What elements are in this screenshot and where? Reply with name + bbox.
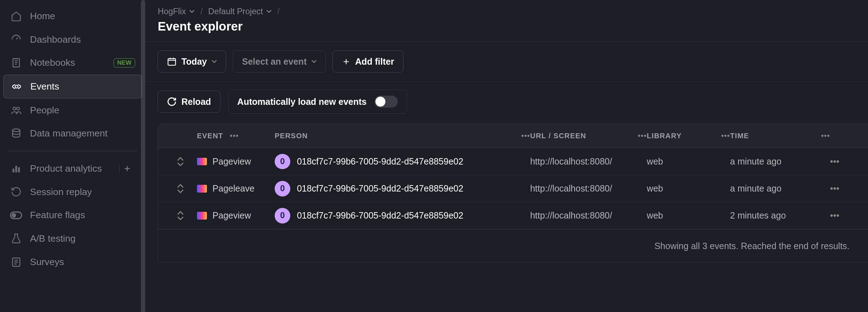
reload-label: Reload <box>181 97 211 107</box>
sidebar-item-notebooks[interactable]: Notebooks NEW <box>3 51 142 75</box>
url-cell: http://localhost:8080/ <box>530 210 647 221</box>
sidebar-item-home[interactable]: Home <box>3 5 142 28</box>
breadcrumb-org[interactable]: HogFlix <box>158 7 195 16</box>
th-person: PERSON <box>275 132 308 140</box>
svg-rect-5 <box>12 168 14 172</box>
event-select-button[interactable]: Select an event <box>233 50 326 72</box>
table-header: EVENT ••• PERSON ••• URL / SCREEN ••• LI… <box>158 124 868 148</box>
sidebar-item-data-management[interactable]: Data management <box>3 122 142 145</box>
filter-toolbar: Today Select an event Add filter PostHog… <box>145 42 868 82</box>
breadcrumb-project[interactable]: Default Project <box>208 7 272 16</box>
svg-rect-7 <box>18 167 20 172</box>
reload-icon <box>167 97 177 107</box>
sidebar: Home Dashboards Notebooks NEW Events Peo… <box>0 0 145 312</box>
bar-chart-icon <box>10 162 22 174</box>
row-expander[interactable] <box>164 184 197 193</box>
table-footer: Showing all 3 events. Reached the end of… <box>158 229 868 262</box>
events-icon <box>10 80 22 92</box>
autoload-toggle[interactable] <box>374 96 398 108</box>
sidebar-item-label: Product analytics <box>30 163 102 174</box>
table-row[interactable]: Pageview 0 018cf7c7-99b6-7005-9dd2-d547e… <box>158 148 868 175</box>
nav-divider <box>8 151 137 151</box>
person-cell[interactable]: 0 018cf7c7-99b6-7005-9dd2-d547e8859e02 <box>275 181 530 197</box>
chevron-down-icon <box>189 9 195 14</box>
column-menu-url[interactable]: ••• <box>638 132 647 140</box>
sidebar-item-surveys[interactable]: Surveys <box>3 250 142 274</box>
url-cell: http://localhost:8080/ <box>530 183 647 194</box>
sidebar-item-feature-flags[interactable]: Feature flags <box>3 204 142 227</box>
toggle-knob <box>375 97 385 107</box>
table-row[interactable]: Pageview 0 018cf7c7-99b6-7005-9dd2-d547e… <box>158 202 868 229</box>
sidebar-item-label: Dashboards <box>30 34 81 45</box>
date-filter-label: Today <box>181 57 207 67</box>
column-menu-time[interactable]: ••• <box>821 132 830 140</box>
events-table: EVENT ••• PERSON ••• URL / SCREEN ••• LI… <box>158 124 868 263</box>
row-expander[interactable] <box>164 211 197 220</box>
column-menu-event[interactable]: ••• <box>230 132 239 140</box>
row-expander[interactable] <box>164 157 197 166</box>
library-cell: web <box>647 183 730 194</box>
event-select-label: Select an event <box>242 57 307 67</box>
url-cell: http://localhost:8080/ <box>530 156 647 167</box>
breadcrumb-org-label: HogFlix <box>158 7 186 16</box>
toggle-icon <box>10 209 22 221</box>
replay-icon <box>10 186 22 198</box>
flask-icon <box>10 232 22 244</box>
library-cell: web <box>647 156 730 167</box>
row-menu[interactable]: ••• <box>830 183 863 194</box>
time-cell: a minute ago <box>730 183 830 194</box>
svg-rect-11 <box>168 59 176 65</box>
event-name: Pageleave <box>213 183 254 194</box>
autoload-label: Automatically load new events <box>237 97 367 107</box>
svg-point-1 <box>15 85 18 88</box>
sidebar-item-dashboards[interactable]: Dashboards <box>3 28 142 51</box>
event-name: Pageview <box>213 210 251 221</box>
home-icon <box>10 10 22 22</box>
breadcrumb: HogFlix / Default Project / <box>158 7 868 16</box>
svg-point-9 <box>12 214 15 217</box>
sidebar-item-ab-testing[interactable]: A/B testing <box>3 227 142 251</box>
breadcrumb-separator: / <box>277 7 280 16</box>
sidebar-item-session-replay[interactable]: Session replay <box>3 180 142 204</box>
date-filter-button[interactable]: Today <box>158 50 226 72</box>
time-cell: a minute ago <box>730 156 830 167</box>
breadcrumb-separator: / <box>200 7 203 16</box>
sidebar-item-people[interactable]: People <box>3 98 142 122</box>
event-cell: Pageleave <box>197 183 275 194</box>
avatar: 0 <box>275 208 290 224</box>
th-library: LIBRARY <box>647 132 682 140</box>
main-content: HogFlix / Default Project / Event explor… <box>145 0 868 312</box>
action-bar: Reload Automatically load new events Con… <box>145 82 868 122</box>
th-url: URL / SCREEN <box>530 132 586 140</box>
table-row[interactable]: Pageleave 0 018cf7c7-99b6-7005-9dd2-d547… <box>158 175 868 202</box>
reload-button[interactable]: Reload <box>158 91 220 113</box>
sidebar-item-events[interactable]: Events <box>3 75 142 99</box>
page-header: HogFlix / Default Project / Event explor… <box>145 0 868 42</box>
people-icon <box>10 104 22 116</box>
event-name: Pageview <box>213 156 251 167</box>
person-id: 018cf7c7-99b6-7005-9dd2-d547e8859e02 <box>297 210 463 221</box>
add-filter-label: Add filter <box>355 57 394 67</box>
svg-point-4 <box>12 129 20 132</box>
row-menu[interactable]: ••• <box>830 156 863 167</box>
notebook-icon <box>10 57 22 69</box>
person-cell[interactable]: 0 018cf7c7-99b6-7005-9dd2-d547e8859e02 <box>275 154 530 170</box>
person-id: 018cf7c7-99b6-7005-9dd2-d547e8859e02 <box>297 183 463 194</box>
column-menu-person[interactable]: ••• <box>521 132 530 140</box>
database-icon <box>10 128 22 140</box>
survey-icon <box>10 256 22 268</box>
add-filter-button[interactable]: Add filter <box>333 50 403 72</box>
page-title: Event explorer <box>158 20 868 33</box>
th-event: EVENT <box>197 132 223 140</box>
posthog-icon <box>197 185 207 193</box>
person-cell[interactable]: 0 018cf7c7-99b6-7005-9dd2-d547e8859e02 <box>275 208 530 224</box>
avatar: 0 <box>275 154 290 170</box>
column-menu-library[interactable]: ••• <box>721 132 730 140</box>
row-menu[interactable]: ••• <box>830 210 863 221</box>
sidebar-item-product-analytics[interactable]: Product analytics <box>3 157 142 181</box>
th-time: TIME <box>730 132 749 140</box>
sidebar-item-label: Surveys <box>30 257 64 268</box>
posthog-icon <box>197 212 207 220</box>
add-insight-button[interactable] <box>119 164 135 173</box>
time-cell: 2 minutes ago <box>730 210 830 221</box>
